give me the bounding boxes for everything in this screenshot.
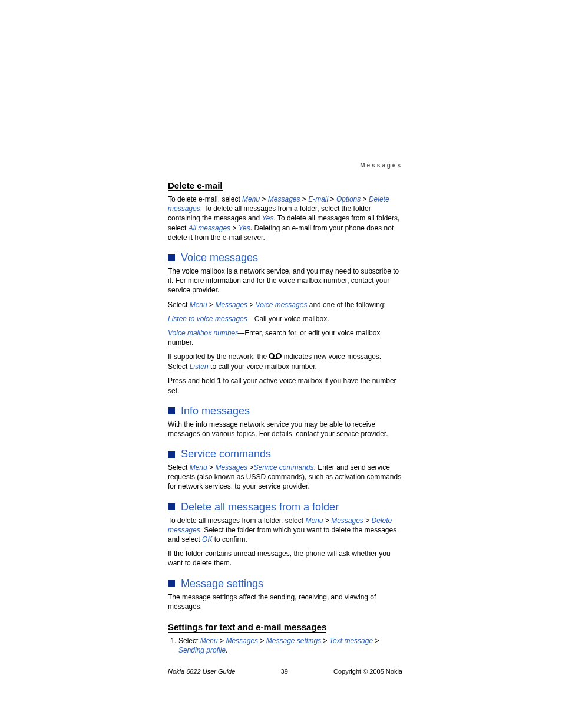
menu-link: Yes xyxy=(262,214,273,222)
heading-voice-messages: Voice messages xyxy=(168,252,402,264)
section-voice-messages: Voice messages The voice mailbox is a ne… xyxy=(168,252,402,396)
heading-text: Service commands xyxy=(181,448,271,460)
menu-link: Message settings xyxy=(266,637,321,645)
menu-link: Menu xyxy=(190,463,207,472)
text: Press and hold xyxy=(168,377,217,385)
heading-text: Info messages xyxy=(181,405,250,417)
menu-link: Text message xyxy=(329,637,373,645)
paragraph: The voice mailbox is a network service, … xyxy=(168,266,402,295)
square-bullet-icon xyxy=(168,407,175,414)
separator: > xyxy=(218,637,226,645)
menu-link: Menu xyxy=(305,516,323,525)
step-item: Select Menu > Messages > Message setting… xyxy=(178,636,402,655)
text: . xyxy=(226,646,227,654)
separator: > xyxy=(247,463,253,472)
menu-link: Menu xyxy=(200,637,218,645)
menu-link: E-mail xyxy=(308,195,328,203)
square-bullet-icon xyxy=(168,503,175,510)
heading-message-settings: Message settings xyxy=(168,578,402,590)
heading-text: Voice messages xyxy=(181,252,258,264)
menu-link: OK xyxy=(202,535,212,543)
square-bullet-icon xyxy=(168,254,175,261)
text: To delete all messages from a folder, se… xyxy=(168,516,305,525)
paragraph: To delete e-mail, select Menu > Messages… xyxy=(168,195,402,242)
menu-link: Messages xyxy=(268,195,300,203)
page-footer: Nokia 6822 User Guide 39 Copyright © 200… xyxy=(168,668,402,675)
separator: > xyxy=(230,224,239,232)
paragraph: To delete all messages from a folder, se… xyxy=(168,516,402,545)
menu-link: Sending profile xyxy=(178,646,226,654)
text: Select xyxy=(178,637,200,645)
paragraph: Select Menu > Messages > Voice messages … xyxy=(168,300,402,309)
menu-link: Listen to voice messages xyxy=(168,315,247,323)
running-header: Messages xyxy=(168,162,402,169)
menu-link: All messages xyxy=(189,224,230,232)
svg-point-1 xyxy=(276,354,281,358)
menu-link: Listen xyxy=(190,363,209,371)
menu-link: Voice mailbox number xyxy=(168,329,237,337)
text: —Call your voice mailbox. xyxy=(247,315,329,323)
footer-copyright: Copyright © 2005 Nokia xyxy=(333,668,402,675)
text: to confirm. xyxy=(212,535,247,543)
subheading-settings-text-email: Settings for text and e-mail messages xyxy=(168,622,326,633)
square-bullet-icon xyxy=(168,451,175,458)
paragraph: Listen to voice messages—Call your voice… xyxy=(168,314,402,324)
svg-point-0 xyxy=(269,354,274,358)
menu-link: Messages xyxy=(226,637,258,645)
menu-link: Options xyxy=(336,195,361,203)
heading-delete-all: Delete all messages from a folder xyxy=(168,501,402,513)
step-list: Select Menu > Messages > Message setting… xyxy=(168,636,402,655)
section-delete-email: Delete e-mail To delete e-mail, select M… xyxy=(168,180,402,242)
footer-guide: Nokia 6822 User Guide xyxy=(168,668,235,675)
paragraph: If the folder contains unread messages, … xyxy=(168,549,402,568)
menu-link: Messages xyxy=(215,463,247,472)
heading-text: Delete all messages from a folder xyxy=(181,501,339,513)
separator: > xyxy=(207,463,216,472)
text: Select xyxy=(168,301,190,309)
voicemail-icon xyxy=(269,353,282,362)
separator: > xyxy=(323,516,331,525)
menu-link: Voice messages xyxy=(256,301,308,309)
page-content: Messages Delete e-mail To delete e-mail,… xyxy=(168,162,402,675)
separator: > xyxy=(207,301,216,309)
menu-link: Menu xyxy=(242,195,260,203)
separator: > xyxy=(260,195,268,203)
text: To delete e-mail, select xyxy=(168,195,242,203)
section-service-commands: Service commands Select Menu > Messages … xyxy=(168,448,402,492)
menu-link: Messages xyxy=(215,301,247,309)
section-delete-all: Delete all messages from a folder To del… xyxy=(168,501,402,568)
separator: > xyxy=(361,195,369,203)
separator: > xyxy=(373,637,379,645)
paragraph: The message settings affect the sending,… xyxy=(168,592,402,611)
heading-info-messages: Info messages xyxy=(168,405,402,417)
paragraph: Select Menu > Messages >Service commands… xyxy=(168,463,402,492)
footer-page-number: 39 xyxy=(281,668,288,675)
menu-link: Messages xyxy=(331,516,363,525)
text: Select xyxy=(168,463,190,472)
text: and one of the following: xyxy=(307,301,385,309)
heading-delete-email: Delete e-mail xyxy=(168,180,223,191)
heading-service-commands: Service commands xyxy=(168,448,402,460)
separator: > xyxy=(328,195,336,203)
separator: > xyxy=(258,637,266,645)
separator: > xyxy=(363,516,372,525)
separator: > xyxy=(247,301,256,309)
separator: > xyxy=(321,637,329,645)
menu-link: Yes xyxy=(239,224,250,232)
menu-link: Service commands xyxy=(253,463,313,472)
text: If supported by the network, the xyxy=(168,353,269,361)
paragraph: Voice mailbox number—Enter, search for, … xyxy=(168,328,402,347)
section-info-messages: Info messages With the info message netw… xyxy=(168,405,402,439)
heading-text: Message settings xyxy=(181,578,263,590)
menu-link: Menu xyxy=(190,301,207,309)
text: to call your voice mailbox number. xyxy=(209,363,317,371)
square-bullet-icon xyxy=(168,580,175,587)
paragraph: Press and hold 1 to call your active voi… xyxy=(168,376,402,395)
separator: > xyxy=(300,195,308,203)
paragraph: With the info message network service yo… xyxy=(168,420,402,439)
section-message-settings: Message settings The message settings af… xyxy=(168,578,402,655)
paragraph: If supported by the network, the indicat… xyxy=(168,352,402,371)
